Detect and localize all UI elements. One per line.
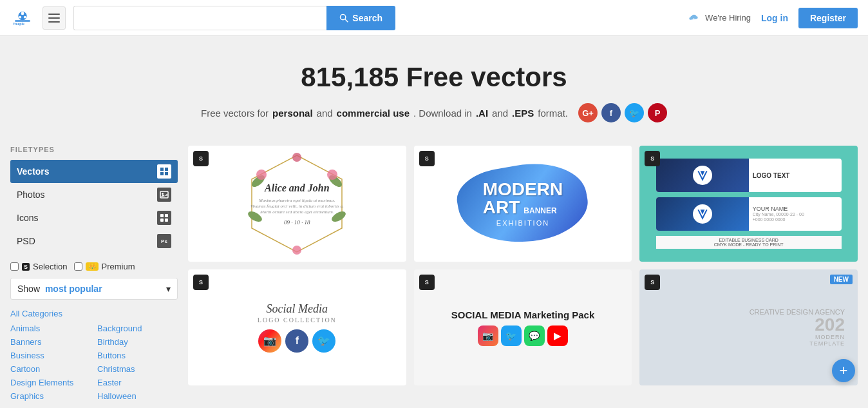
card-business-cards[interactable]: S LOGO TEXT [639,146,858,262]
logo-v-icon-2 [696,208,709,220]
category-cartoon[interactable]: Cartoon [10,363,91,375]
biz-card-right: LOGO TEXT [749,159,842,192]
filter-row: S Selection 👑 Premium [10,262,178,271]
search-input[interactable] [73,6,326,30]
svg-rect-8 [160,168,164,171]
svg-rect-11 [165,172,168,175]
card-social-marketing[interactable]: S SOCIAL MEDIA Marketing Pack 📷 🐦 💬 ▶ [414,269,632,385]
category-halloween[interactable]: Halloween [97,390,178,402]
selection-badge-card6: S [645,275,660,290]
selection-badge-card5: S [419,275,435,290]
category-birthday[interactable]: Birthday [97,336,178,348]
instagram-icon: 📷 [258,329,281,353]
category-background[interactable]: Background [97,322,178,335]
category-banners[interactable]: Banners [10,336,91,348]
content-area: S [178,135,858,408]
selection-checkbox[interactable] [10,262,19,271]
svg-point-2 [19,15,21,18]
category-business[interactable]: Business [10,349,91,362]
login-button[interactable]: Log in [761,13,788,23]
facebook-share-icon[interactable]: f [601,103,621,122]
pinterest-share-icon[interactable]: P [648,103,667,122]
logo-v-icon [696,169,709,182]
category-design-elements[interactable]: Design Elements [10,376,91,389]
cloud-icon [688,13,701,23]
svg-point-1 [21,12,24,15]
hero-title: 815,185 Free vectors [13,62,855,93]
show-popular-dropdown[interactable]: Show most popular ▾ [10,278,178,300]
twitter-share-icon[interactable]: 🐦 [625,103,644,122]
main-layout: FILETYPES Vectors Photos Icons PSD Ps [0,135,868,408]
all-categories-link[interactable]: All Categories [10,309,178,318]
category-buttons[interactable]: Buttons [97,349,178,362]
soc2-twitter-icon: 🐦 [501,325,522,346]
svg-rect-10 [160,172,164,175]
premium-filter[interactable]: 👑 Premium [74,262,135,271]
selection-badge-card3: S [645,151,660,166]
soc2-icons-row: 📷 🐦 💬 ▶ [478,325,568,346]
photos-icon [157,188,171,202]
hamburger-button[interactable] [42,6,66,30]
social-icons-row: 📷 f 🐦 [258,329,335,353]
svg-rect-4 [15,20,30,21]
register-button[interactable]: Register [798,8,858,28]
biz-cards-wrapper: LOGO TEXT [656,159,842,249]
card-social-logos[interactable]: S Social Media LOGO COLLECTION 📷 f 🐦 [188,269,406,385]
biz-card-left [656,159,749,192]
sidebar-item-photos[interactable]: Photos [10,183,178,206]
social-share-icons: G+ f 🐦 P [578,103,667,122]
header-right: We're Hiring Log in Register [688,8,858,28]
categories-grid: Animals Background Banners Birthday Busi… [10,322,178,402]
premium-checkbox[interactable] [74,262,82,271]
search-button[interactable]: Search [326,6,395,30]
floral-content: Alice and John Maximus pharetra eget lig… [188,146,406,262]
soc2-youtube-icon: ▶ [547,325,568,346]
image-grid: S [188,146,858,385]
hero-section: 815,185 Free vectors Free vectors for pe… [0,36,868,135]
sidebar: FILETYPES Vectors Photos Icons PSD Ps [10,135,178,408]
biz-logo-bottom [693,204,712,224]
card-modern-art[interactable]: S MODERN ART BANNER EXHIBITION [414,146,632,262]
social-content: Social Media LOGO COLLECTION 📷 f 🐦 [188,269,406,385]
search-area: Search [73,6,395,30]
sidebar-item-vectors[interactable]: Vectors [10,160,178,183]
selection-filter[interactable]: S Selection [10,262,68,271]
logo[interactable]: freepik [10,6,35,30]
selection-badge-card4: S [193,275,209,290]
category-animals[interactable]: Animals [10,322,91,335]
category-easter[interactable]: Easter [97,376,178,389]
card-design-agency[interactable]: S NEW CREATIVE DESIGN AGENCY 202 MODERNT… [639,269,858,385]
svg-point-25 [292,153,301,162]
biz-logo [693,166,712,185]
filetypes-label: FILETYPES [10,146,178,153]
svg-point-3 [24,15,26,18]
twitter-icon: 🐦 [312,329,335,353]
icons-icon [157,211,171,225]
selection-badge-card2: S [419,151,435,166]
fab-button[interactable]: + [832,359,855,382]
svg-line-7 [345,19,348,22]
vectors-icon [157,164,171,179]
header: freepik Search We're Hiring Log in Regis… [0,0,868,36]
svg-rect-17 [165,219,168,222]
soc2-whatsapp-icon: 💬 [524,325,545,346]
sidebar-item-psd[interactable]: PSD Ps [10,229,178,253]
search-icon [339,14,348,23]
psd-icon: Ps [157,234,171,248]
dropdown-arrow-icon: ▾ [166,284,171,294]
art-content: MODERN ART BANNER EXHIBITION [414,146,632,262]
hiring-link[interactable]: We're Hiring [688,13,751,23]
google-share-icon[interactable]: G+ [578,103,598,122]
selection-badge-card1: S [193,151,209,166]
design-content: CREATIVE DESIGN AGENCY 202 MODERNTEMPLAT… [639,269,858,385]
svg-rect-14 [160,214,164,217]
soc2-insta-icon: 📷 [478,325,498,346]
category-christmas[interactable]: Christmas [97,363,178,375]
biz-card-top: LOGO TEXT [656,159,842,192]
card-floral-wedding[interactable]: S [188,146,406,262]
social-title: Social Media LOGO COLLECTION [258,302,337,324]
category-graphics[interactable]: Graphics [10,390,91,402]
biz-card-bottom: YOUR NAME City Name, 00000-22 - 00+000 0… [656,197,842,231]
soc2-content: SOCIAL MEDIA Marketing Pack 📷 🐦 💬 ▶ [414,269,632,385]
sidebar-item-icons[interactable]: Icons [10,206,178,229]
